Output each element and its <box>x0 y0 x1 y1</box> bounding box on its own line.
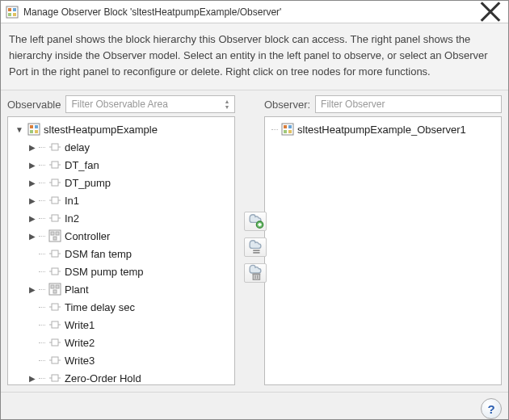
svg-rect-29 <box>56 232 59 235</box>
expand-icon[interactable]: ▶ <box>27 373 37 383</box>
expand-icon[interactable]: ▶ <box>27 142 37 152</box>
svg-rect-47 <box>52 339 58 346</box>
expand-icon[interactable]: ▶ <box>27 195 37 205</box>
observer-tree[interactable]: sltestHeatpumpExample_Observer1 <box>264 116 502 385</box>
chevron-down-icon[interactable]: ▼ <box>221 104 233 110</box>
block-icon <box>48 141 61 153</box>
transfer-buttons <box>243 90 267 392</box>
collapse-icon[interactable]: ▼ <box>15 124 24 134</box>
observable-label: Observable <box>7 99 61 111</box>
tree-connector-icon <box>39 165 45 166</box>
dialog-window: Manage Observer Block 'sltestHeatpumpExa… <box>0 0 509 420</box>
tree-item[interactable]: ▶Controller <box>26 227 233 245</box>
block-icon <box>48 212 61 225</box>
tree-root-observable[interactable]: ▼ sltestHeatpumpExample <box>13 120 233 138</box>
tree-connector-icon <box>39 307 45 308</box>
tree-connector-icon <box>39 271 45 272</box>
expand-icon[interactable]: ▶ <box>27 178 37 187</box>
model-icon <box>27 123 40 136</box>
tree-connector-icon <box>39 342 45 343</box>
observable-filter-input[interactable] <box>66 96 234 112</box>
svg-rect-4 <box>13 13 16 16</box>
observable-filter-wrap: ▲ ▼ <box>65 95 235 113</box>
tree-item[interactable]: ▶Time delay sec <box>26 298 233 316</box>
tree-item[interactable]: ▶Write3 <box>26 351 233 369</box>
tree-item[interactable]: ▶Write1 <box>26 316 233 334</box>
block-icon <box>48 194 61 207</box>
svg-rect-10 <box>30 130 33 133</box>
svg-rect-59 <box>284 130 287 133</box>
app-icon <box>6 6 19 19</box>
tree-item[interactable]: ▶DSM pump temp <box>26 262 233 280</box>
tree-item[interactable]: ▶Plant <box>26 280 233 298</box>
svg-rect-34 <box>52 268 58 275</box>
svg-rect-21 <box>52 197 58 204</box>
tree-connector-icon <box>39 183 45 183</box>
svg-rect-60 <box>288 130 292 133</box>
description-text: The left panel shows the block hierarchy… <box>1 23 508 90</box>
block-icon <box>48 318 61 331</box>
svg-rect-66 <box>253 275 259 280</box>
expand-icon[interactable]: ▶ <box>27 231 37 241</box>
expand-icon[interactable]: ▶ <box>27 284 37 294</box>
observer-panel: Observer: sltestHeatpu <box>264 95 502 385</box>
tree-root-observer[interactable]: sltestHeatpumpExample_Observer1 <box>270 120 499 138</box>
svg-rect-3 <box>8 13 11 16</box>
block-icon <box>48 354 61 367</box>
tree-item[interactable]: ▶In1 <box>26 191 233 209</box>
svg-rect-15 <box>52 162 58 168</box>
tree-item-label: DT_fan <box>65 159 99 171</box>
block-icon <box>48 176 61 189</box>
tree-item-label: Zero-Order Hold <box>65 372 141 384</box>
block-icon <box>48 158 61 171</box>
add-observer-button[interactable] <box>244 212 267 231</box>
svg-rect-28 <box>51 232 54 235</box>
block-icon <box>48 300 61 313</box>
observable-tree[interactable]: ▼ sltestHeatpumpExample ▶delay▶DT_fan▶DT… <box>7 116 235 385</box>
tree-connector-icon <box>39 236 45 237</box>
tree-item-label: In1 <box>65 195 79 207</box>
help-button[interactable]: ? <box>481 398 502 419</box>
svg-rect-41 <box>52 304 58 310</box>
tree-item-label: DSM pump temp <box>65 266 144 278</box>
tree-item[interactable]: ▶DSM fan temp <box>26 245 233 262</box>
svg-rect-1 <box>8 8 11 11</box>
tree-item-label: Write2 <box>65 337 95 349</box>
observer-filter-input[interactable] <box>316 96 501 112</box>
tree-item-label: Controller <box>65 230 110 242</box>
model-icon <box>281 123 294 136</box>
tree-connector-icon <box>271 129 278 130</box>
svg-rect-2 <box>13 8 16 11</box>
expand-icon[interactable]: ▶ <box>27 213 37 223</box>
configure-observer-button[interactable] <box>244 237 267 257</box>
subsystem-icon <box>48 229 61 242</box>
tree-connector-icon <box>39 254 45 254</box>
svg-rect-11 <box>35 130 38 133</box>
observer-label: Observer: <box>264 99 310 111</box>
block-icon <box>48 265 61 278</box>
block-icon <box>48 247 61 260</box>
svg-rect-31 <box>52 250 58 257</box>
tree-item-label: Write3 <box>65 355 95 367</box>
svg-rect-39 <box>56 285 59 288</box>
svg-rect-24 <box>52 215 58 221</box>
close-button[interactable] <box>477 1 503 23</box>
tree-item-label: DT_pump <box>65 177 111 189</box>
observable-spinner[interactable]: ▲ ▼ <box>221 96 233 112</box>
tree-connector-icon <box>39 200 45 201</box>
tree-item[interactable]: ▶Write2 <box>26 334 233 351</box>
titlebar: Manage Observer Block 'sltestHeatpumpExa… <box>1 1 508 23</box>
tree-item[interactable]: ▶delay <box>26 138 233 156</box>
tree-item-label: delay <box>65 141 90 153</box>
tree-item-label: In2 <box>65 212 79 225</box>
expand-icon[interactable]: ▶ <box>27 160 37 170</box>
svg-rect-18 <box>52 179 58 186</box>
tree-item[interactable]: ▶DT_fan <box>26 156 233 174</box>
tree-item[interactable]: ▶DT_pump <box>26 174 233 191</box>
tree-connector-icon <box>39 325 45 326</box>
tree-item[interactable]: ▶In2 <box>26 209 233 227</box>
observer-root-label: sltestHeatpumpExample_Observer1 <box>297 124 466 136</box>
tree-item[interactable]: ▶Zero-Order Hold <box>26 369 233 385</box>
delete-observer-button[interactable] <box>244 263 267 283</box>
chevron-up-icon[interactable]: ▲ <box>221 99 233 104</box>
